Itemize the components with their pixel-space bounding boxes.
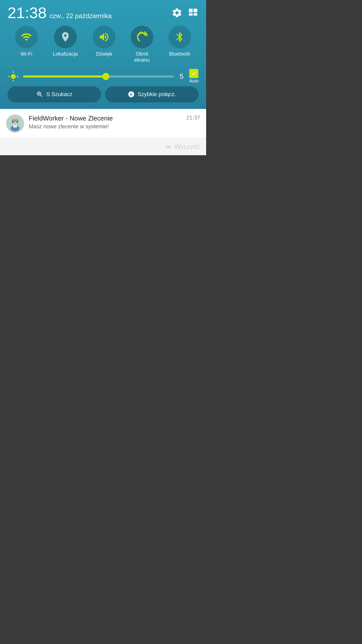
rotation-icon [136,31,148,43]
clear-notifications-icon [165,143,172,150]
notification-app-icon [6,114,24,133]
sound-icon [98,31,110,43]
s-finder-icon [36,91,43,98]
auto-checkbox [189,69,198,78]
wifi-icon [21,31,32,43]
s-finder-button[interactable]: S Szukacz [8,86,101,102]
brightness-track [23,75,174,77]
toggle-bluetooth[interactable]: Bluetooth [168,26,191,63]
svg-rect-3 [194,13,197,16]
auto-label: Auto [189,78,199,84]
brightness-fill [23,75,106,77]
auto-brightness-toggle[interactable]: Auto [189,69,199,84]
toggle-sound[interactable]: Dźwięk [93,26,115,63]
brightness-thumb [102,73,109,80]
clock-time: 21:38 [8,5,47,21]
svg-text:A: A [12,74,15,78]
location-label: Lokalizacja [53,51,78,57]
svg-rect-1 [194,9,197,13]
status-icons-area [171,7,199,18]
bluetooth-circle [168,26,191,48]
wifi-circle [15,26,38,48]
dark-background [0,155,206,356]
toggle-rotation[interactable]: Obrót ekranu [131,26,153,63]
bluetooth-label: Bluetooth [169,51,191,57]
s-finder-label: S Szukacz [46,91,72,98]
clear-label[interactable]: Wyczyść [174,143,200,151]
quick-connect-icon [128,91,135,98]
brightness-row: A 5 Auto [8,69,199,84]
quick-actions-row: S Szukacz Szybkie połącz. [8,86,199,104]
notification-title: FieldWorker - Nowe Zlecenie [29,114,182,122]
quick-connect-label: Szybkie połącz. [138,91,176,98]
time-date-area: 21:38 czw., 22 października [8,5,112,21]
toggles-row: Wi-Fi Lokalizacja Dźwięk [8,26,199,63]
bluetooth-icon [174,31,186,43]
svg-point-7 [132,92,133,93]
quick-connect-button[interactable]: Szybkie połącz. [105,86,199,102]
brightness-icon: A [8,71,19,82]
apps-grid-icon[interactable] [188,7,199,18]
rotation-label: Obrót ekranu [134,51,150,63]
clear-row: Wyczyść [0,138,206,155]
svg-rect-2 [189,13,193,16]
notification-item[interactable]: FieldWorker - Nowe Zlecenie Masz nowe zl… [0,109,206,138]
settings-icon[interactable] [171,7,183,18]
notification-time: 21:37 [186,114,200,121]
sound-circle [93,26,115,48]
svg-rect-16 [14,125,17,125]
wifi-label: Wi-Fi [21,51,32,57]
notifications-area: FieldWorker - Nowe Zlecenie Masz nowe zl… [0,109,206,138]
clock-date: czw., 22 października [50,12,112,20]
notification-content: FieldWorker - Nowe Zlecenie Masz nowe zl… [29,114,182,130]
location-icon [60,31,71,43]
svg-point-5 [38,93,40,95]
svg-rect-15 [14,124,17,124]
location-circle [54,26,77,48]
status-bar: 21:38 czw., 22 października [8,5,199,21]
rotation-circle [131,26,153,48]
sound-label: Dźwięk [96,51,112,57]
quick-settings-panel: 21:38 czw., 22 października [0,0,206,109]
svg-point-6 [129,92,131,93]
notification-body: Masz nowe zlecenie w systemie! [29,123,182,130]
brightness-value: 5 [178,72,185,80]
toggle-wifi[interactable]: Wi-Fi [15,26,38,63]
brightness-slider[interactable] [23,75,174,77]
toggle-location[interactable]: Lokalizacja [53,26,78,63]
fieldworker-icon [6,114,24,133]
svg-rect-0 [189,9,193,13]
